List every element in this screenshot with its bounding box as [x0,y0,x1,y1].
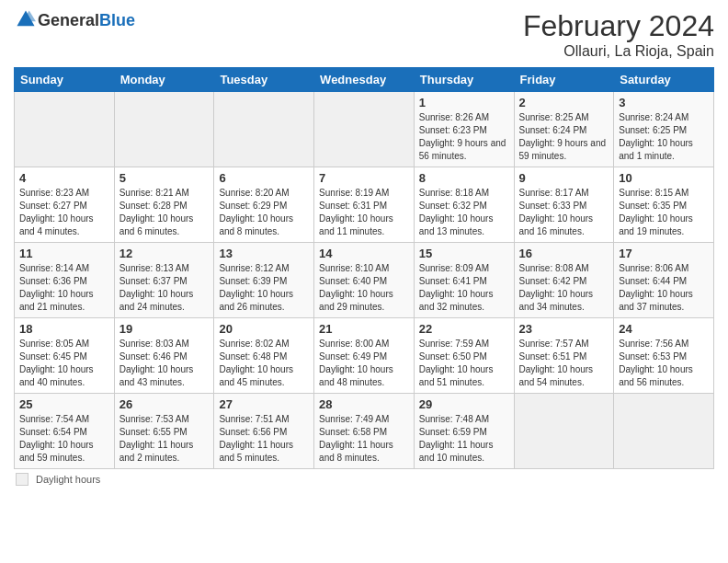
day-info: Sunrise: 8:06 AM Sunset: 6:44 PM Dayligh… [619,262,709,314]
day-number: 20 [219,322,309,336]
day-number: 15 [419,247,509,260]
day-number: 23 [519,322,609,336]
calendar-week-row: 4Sunrise: 8:23 AM Sunset: 6:27 PM Daylig… [15,167,714,243]
day-number: 11 [19,247,109,260]
calendar-cell: 9Sunrise: 8:17 AM Sunset: 6:33 PM Daylig… [514,167,614,243]
day-number: 3 [619,96,709,109]
day-info: Sunrise: 7:51 AM Sunset: 6:56 PM Dayligh… [219,413,309,465]
day-number: 28 [319,397,409,411]
calendar-cell [114,92,214,167]
calendar-cell: 4Sunrise: 8:23 AM Sunset: 6:27 PM Daylig… [15,167,115,243]
day-number: 1 [419,96,509,109]
day-number: 13 [219,247,309,260]
day-number: 29 [419,397,509,411]
calendar-cell: 29Sunrise: 7:48 AM Sunset: 6:59 PM Dayli… [414,394,514,469]
calendar-week-row: 1Sunrise: 8:26 AM Sunset: 6:23 PM Daylig… [15,92,714,167]
calendar-cell: 1Sunrise: 8:26 AM Sunset: 6:23 PM Daylig… [414,92,514,167]
day-info: Sunrise: 8:14 AM Sunset: 6:36 PM Dayligh… [19,262,109,314]
day-number: 19 [119,322,210,336]
calendar-cell: 8Sunrise: 8:18 AM Sunset: 6:32 PM Daylig… [414,167,514,243]
day-number: 21 [319,322,409,336]
calendar-cell [214,92,314,167]
calendar-cell: 7Sunrise: 8:19 AM Sunset: 6:31 PM Daylig… [314,167,415,243]
calendar-cell: 27Sunrise: 7:51 AM Sunset: 6:56 PM Dayli… [214,394,314,469]
day-info: Sunrise: 7:53 AM Sunset: 6:55 PM Dayligh… [119,413,210,465]
day-number: 18 [19,322,109,336]
day-number: 12 [119,247,210,260]
day-info: Sunrise: 7:57 AM Sunset: 6:51 PM Dayligh… [519,338,609,389]
col-friday: Friday [514,68,614,92]
day-number: 14 [319,247,409,260]
day-info: Sunrise: 8:26 AM Sunset: 6:23 PM Dayligh… [419,111,509,163]
day-number: 8 [419,171,509,185]
day-info: Sunrise: 8:17 AM Sunset: 6:33 PM Dayligh… [519,187,609,238]
logo: GeneralBlue [14,9,135,33]
day-number: 5 [119,171,210,185]
calendar-body: 1Sunrise: 8:26 AM Sunset: 6:23 PM Daylig… [15,92,714,469]
calendar-week-row: 18Sunrise: 8:05 AM Sunset: 6:45 PM Dayli… [15,318,714,394]
calendar-cell: 6Sunrise: 8:20 AM Sunset: 6:29 PM Daylig… [214,167,314,243]
header-row: Sunday Monday Tuesday Wednesday Thursday… [15,68,714,92]
calendar-cell: 18Sunrise: 8:05 AM Sunset: 6:45 PM Dayli… [15,318,115,394]
calendar-table: Sunday Monday Tuesday Wednesday Thursday… [14,67,714,469]
title-block: February 2024 Ollauri, La Rioja, Spain [523,9,714,60]
day-info: Sunrise: 8:08 AM Sunset: 6:42 PM Dayligh… [519,262,609,314]
logo-blue: Blue [99,11,135,29]
day-number: 16 [519,247,609,260]
day-info: Sunrise: 8:03 AM Sunset: 6:46 PM Dayligh… [119,338,210,389]
calendar-cell: 16Sunrise: 8:08 AM Sunset: 6:42 PM Dayli… [514,243,614,318]
day-number: 26 [119,397,210,411]
footer: Daylight hours [14,473,714,486]
calendar-cell: 5Sunrise: 8:21 AM Sunset: 6:28 PM Daylig… [114,167,214,243]
calendar-cell: 17Sunrise: 8:06 AM Sunset: 6:44 PM Dayli… [614,243,714,318]
calendar-cell [15,92,115,167]
col-wednesday: Wednesday [314,68,415,92]
calendar-cell: 20Sunrise: 8:02 AM Sunset: 6:48 PM Dayli… [214,318,314,394]
calendar-cell: 3Sunrise: 8:24 AM Sunset: 6:25 PM Daylig… [614,92,714,167]
day-info: Sunrise: 7:54 AM Sunset: 6:54 PM Dayligh… [19,413,109,465]
day-number: 6 [219,171,309,185]
day-info: Sunrise: 8:10 AM Sunset: 6:40 PM Dayligh… [319,262,409,314]
calendar-cell: 22Sunrise: 7:59 AM Sunset: 6:50 PM Dayli… [414,318,514,394]
col-saturday: Saturday [614,68,714,92]
calendar-cell: 21Sunrise: 8:00 AM Sunset: 6:49 PM Dayli… [314,318,415,394]
day-info: Sunrise: 7:49 AM Sunset: 6:58 PM Dayligh… [319,413,409,465]
calendar-cell: 24Sunrise: 7:56 AM Sunset: 6:53 PM Dayli… [614,318,714,394]
day-number: 2 [519,96,609,109]
daylight-label: Daylight hours [36,474,100,485]
calendar-cell: 12Sunrise: 8:13 AM Sunset: 6:37 PM Dayli… [114,243,214,318]
col-thursday: Thursday [414,68,514,92]
day-info: Sunrise: 8:13 AM Sunset: 6:37 PM Dayligh… [119,262,210,314]
day-info: Sunrise: 7:56 AM Sunset: 6:53 PM Dayligh… [619,338,709,389]
day-number: 9 [519,171,609,185]
day-number: 24 [619,322,709,336]
calendar-cell: 13Sunrise: 8:12 AM Sunset: 6:39 PM Dayli… [214,243,314,318]
day-info: Sunrise: 8:00 AM Sunset: 6:49 PM Dayligh… [319,338,409,389]
calendar-cell: 28Sunrise: 7:49 AM Sunset: 6:58 PM Dayli… [314,394,415,469]
day-info: Sunrise: 8:02 AM Sunset: 6:48 PM Dayligh… [219,338,309,389]
page-header: GeneralBlue February 2024 Ollauri, La Ri… [14,9,714,60]
day-info: Sunrise: 8:05 AM Sunset: 6:45 PM Dayligh… [19,338,109,389]
day-info: Sunrise: 8:20 AM Sunset: 6:29 PM Dayligh… [219,187,309,238]
day-info: Sunrise: 8:23 AM Sunset: 6:27 PM Dayligh… [19,187,109,238]
calendar-cell: 15Sunrise: 8:09 AM Sunset: 6:41 PM Dayli… [414,243,514,318]
calendar-cell: 26Sunrise: 7:53 AM Sunset: 6:55 PM Dayli… [114,394,214,469]
day-number: 4 [19,171,109,185]
day-info: Sunrise: 8:24 AM Sunset: 6:25 PM Dayligh… [619,111,709,163]
day-info: Sunrise: 8:21 AM Sunset: 6:28 PM Dayligh… [119,187,210,238]
day-info: Sunrise: 8:12 AM Sunset: 6:39 PM Dayligh… [219,262,309,314]
month-year-title: February 2024 [523,9,714,43]
calendar-cell: 2Sunrise: 8:25 AM Sunset: 6:24 PM Daylig… [514,92,614,167]
day-info: Sunrise: 8:25 AM Sunset: 6:24 PM Dayligh… [519,111,609,163]
daylight-box-icon [16,473,28,486]
day-info: Sunrise: 7:48 AM Sunset: 6:59 PM Dayligh… [419,413,509,465]
location-subtitle: Ollauri, La Rioja, Spain [523,43,714,60]
calendar-week-row: 11Sunrise: 8:14 AM Sunset: 6:36 PM Dayli… [15,243,714,318]
calendar-cell: 10Sunrise: 8:15 AM Sunset: 6:35 PM Dayli… [614,167,714,243]
calendar-cell: 25Sunrise: 7:54 AM Sunset: 6:54 PM Dayli… [15,394,115,469]
col-monday: Monday [114,68,214,92]
day-info: Sunrise: 8:09 AM Sunset: 6:41 PM Dayligh… [419,262,509,314]
calendar-cell [514,394,614,469]
day-info: Sunrise: 7:59 AM Sunset: 6:50 PM Dayligh… [419,338,509,389]
day-number: 7 [319,171,409,185]
